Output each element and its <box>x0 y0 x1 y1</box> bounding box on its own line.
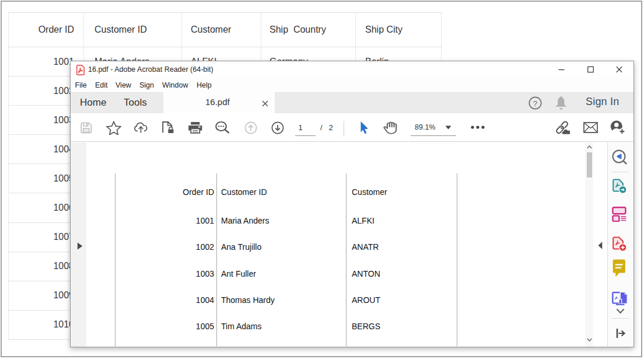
svg-text:?: ? <box>533 99 538 108</box>
